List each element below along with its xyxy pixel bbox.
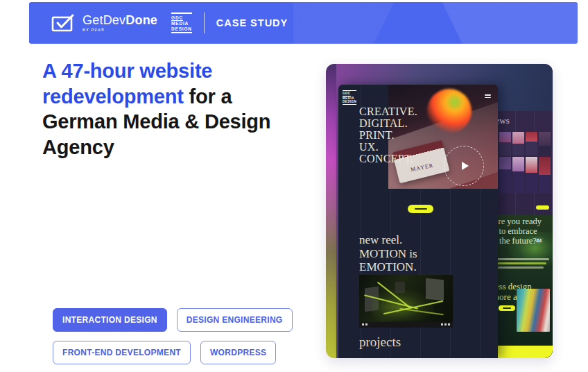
news-card — [512, 157, 524, 193]
pill-text-decoration — [503, 307, 511, 309]
video-control-bar — [359, 322, 453, 328]
glowing-orb-graphic — [427, 89, 472, 133]
play-icon — [462, 162, 469, 170]
future-heading: are you ready to embrace the future? — [498, 217, 553, 246]
news-page-screenshot: news are you ready to embrace the future… — [498, 111, 553, 358]
header-divider — [204, 12, 205, 33]
hamburger-menu-icon — [485, 94, 491, 99]
news-card-grid — [499, 132, 552, 193]
website-preview-panel: news are you ready to embrace the future… — [326, 64, 553, 358]
gdc-media-design-logo[interactable]: GDC MEDIA DESIGN — [171, 12, 192, 34]
tag-interaction-design[interactable]: INTERACTION DESIGN — [53, 308, 167, 332]
paragraph-line — [498, 258, 549, 260]
news-card — [499, 132, 511, 155]
page-title-highlight: A 47-hour website redevelopment — [42, 60, 212, 108]
reel-video-player — [359, 275, 453, 328]
video-control — [365, 323, 368, 326]
pill-text-decoration — [415, 208, 427, 210]
tag-front-end-development[interactable]: FRONT-END DEVELOPMENT — [53, 341, 191, 364]
header-bar: GetDevDone BY P2H® GDC MEDIA DESIGN CASE… — [29, 2, 578, 44]
brand-text: GetDevDone BY P2H® — [83, 14, 157, 33]
news-card — [526, 132, 537, 155]
site-hero-heading: CREATIVE. DIGITAL. PRINT. UX. CONCEPT. — [359, 105, 417, 164]
news-card — [539, 157, 551, 193]
tag-wordpress[interactable]: WORDPRESS — [200, 341, 276, 364]
tag-list: INTERACTION DESIGN DESIGN ENGINEERING FR… — [53, 308, 337, 364]
news-heading: news — [498, 115, 510, 126]
brand-byline: BY P2H® — [83, 28, 157, 33]
video-play-control — [362, 323, 364, 326]
brand-name: GetDevDone — [83, 13, 157, 27]
video-fullscreen-control — [448, 323, 450, 326]
page-title: A 47-hour website redevelopment for a Ge… — [42, 58, 309, 160]
yellow-footer-bar — [498, 346, 553, 358]
art-collage-photo — [517, 289, 550, 332]
play-button — [444, 146, 484, 186]
case-study-label: CASE STUDY — [216, 17, 288, 28]
getdevdone-logo[interactable]: GetDevDone BY P2H® — [51, 12, 157, 33]
ai-logo: AI — [536, 237, 542, 244]
reel-cta-pill — [408, 205, 433, 213]
checkbox-icon — [51, 12, 76, 33]
reel-heading: new reel. MOTION is EMOTION. — [359, 233, 417, 274]
home-page-screenshot: GDC MEDIA DESIGN MAYER CREATIVE. DIGITAL… — [338, 85, 498, 358]
paragraph-line — [498, 267, 544, 269]
news-card — [512, 132, 524, 155]
art-cta-pill — [499, 305, 515, 311]
projects-heading: projects — [359, 335, 401, 350]
video-control — [444, 323, 447, 326]
tag-design-engineering[interactable]: DESIGN ENGINEERING — [177, 308, 293, 332]
case-study-page: GetDevDone BY P2H® GDC MEDIA DESIGN CASE… — [0, 0, 588, 372]
header-content: GetDevDone BY P2H® GDC MEDIA DESIGN CASE… — [29, 2, 578, 44]
news-card — [499, 157, 511, 193]
news-cta-pill — [536, 205, 549, 210]
video-control — [441, 323, 443, 326]
future-section: are you ready to embrace the future? AI … — [498, 215, 553, 358]
site-gdc-logo: GDC MEDIA DESIGN — [343, 90, 356, 105]
paragraph-line — [498, 262, 546, 264]
news-card — [526, 157, 537, 193]
news-card — [539, 132, 551, 155]
